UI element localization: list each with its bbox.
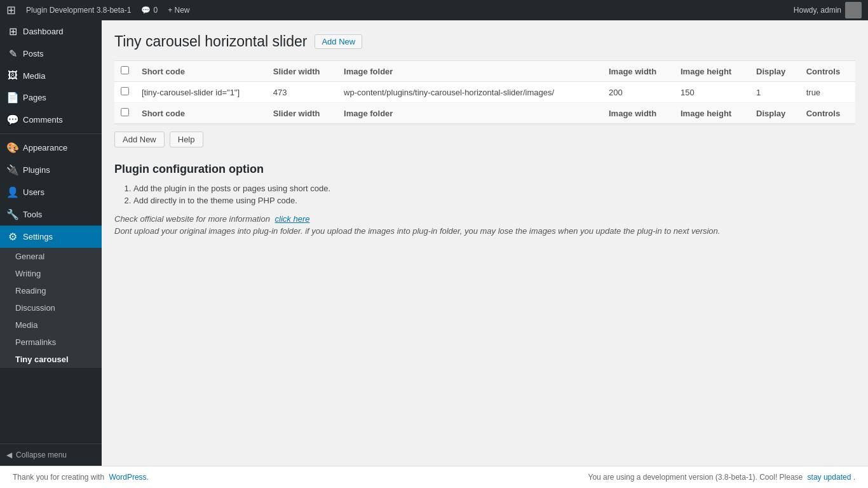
col-footer-image-folder: Image folder: [337, 103, 602, 124]
row-controls: true: [800, 82, 855, 103]
col-image-width: Image width: [602, 61, 674, 82]
sidebar-item-posts[interactable]: ✎ Posts: [0, 43, 102, 65]
submenu-writing[interactable]: Writing: [0, 265, 102, 282]
sidebar-item-pages[interactable]: 📄 Pages: [0, 86, 102, 109]
page-add-new-button[interactable]: Add New: [315, 34, 362, 49]
row-image-height: 150: [674, 82, 750, 103]
row-image-width: 200: [602, 82, 674, 103]
col-footer-slider-width: Slider width: [267, 103, 337, 124]
avatar: [845, 2, 862, 18]
posts-icon: ✎: [6, 48, 19, 60]
wp-logo-icon[interactable]: ⊞: [6, 3, 16, 17]
main-content: Tiny carousel horizontal slider Add New …: [102, 20, 868, 466]
comments-icon: 💬: [6, 114, 19, 126]
sidebar-item-media[interactable]: 🖼 Media: [0, 65, 102, 86]
row-checkbox[interactable]: [121, 87, 129, 95]
tools-icon: 🔧: [6, 208, 19, 220]
howdy-text: Howdy, admin: [794, 2, 862, 18]
comments-link[interactable]: 💬 0: [141, 6, 158, 15]
plugin-config-section: Plugin configuration option Add the plug…: [114, 163, 855, 236]
action-buttons: Add New Help: [114, 132, 855, 147]
col-short-code: Short code: [135, 61, 267, 82]
config-steps-list: Add the plugin in the posts or pages usi…: [133, 184, 855, 205]
config-step-2: Add directly in to the theme using PHP c…: [133, 196, 855, 205]
config-step-1: Add the plugin in the posts or pages usi…: [133, 184, 855, 193]
sidebar: ⊞ Dashboard ✎ Posts 🖼 Media 📄 Pages 💬 Co…: [0, 20, 102, 466]
stay-updated-link[interactable]: stay updated: [808, 473, 851, 482]
sidebar-item-plugins[interactable]: 🔌 Plugins: [0, 159, 102, 181]
row-short-code: [tiny-carousel-slider id="1"]: [135, 82, 267, 103]
select-all-checkbox[interactable]: [121, 66, 129, 74]
col-footer-display: Display: [750, 103, 800, 124]
submenu-media[interactable]: Media: [0, 316, 102, 334]
submenu-reading[interactable]: Reading: [0, 282, 102, 299]
sidebar-item-settings[interactable]: ⚙ Settings: [0, 226, 102, 248]
page-title: Tiny carousel horizontal slider: [114, 33, 307, 50]
wordpress-link[interactable]: WordPress: [109, 473, 146, 482]
row-checkbox-cell: [114, 82, 135, 103]
media-icon: 🖼: [6, 70, 19, 81]
admin-bar: ⊞ Plugin Development 3.8-beta-1 💬 0 + Ne…: [0, 0, 868, 20]
collapse-icon: ◀: [6, 451, 12, 459]
col-footer-image-height: Image height: [674, 103, 750, 124]
settings-icon: ⚙: [6, 231, 19, 243]
sidebar-item-comments[interactable]: 💬 Comments: [0, 109, 102, 131]
settings-submenu: General Writing Reading Discussion Media…: [0, 248, 102, 368]
sidebar-item-dashboard[interactable]: ⊞ Dashboard: [0, 20, 102, 43]
site-name[interactable]: Plugin Development 3.8-beta-1: [26, 6, 131, 15]
submenu-general[interactable]: General: [0, 248, 102, 265]
appearance-icon: 🎨: [6, 142, 19, 154]
add-new-button[interactable]: Add New: [114, 132, 165, 147]
table-footer-row: Short code Slider width Image folder Ima…: [114, 103, 855, 124]
table-header-checkbox: [114, 61, 135, 82]
row-slider-width: 473: [267, 82, 337, 103]
footer: Thank you for creating with WordPress. Y…: [0, 466, 868, 488]
new-content-link[interactable]: + New: [168, 6, 189, 15]
row-image-folder: wp-content/plugins/tiny-carousel-horizon…: [337, 82, 602, 103]
footer-thanks: Thank you for creating with WordPress.: [13, 473, 149, 482]
col-footer-controls: Controls: [800, 103, 855, 124]
col-image-folder: Image folder: [337, 61, 602, 82]
sliders-table: Short code Slider width Image folder Ima…: [114, 60, 855, 124]
plugins-icon: 🔌: [6, 164, 19, 176]
table-header-row: Short code Slider width Image folder Ima…: [114, 61, 855, 82]
col-slider-width: Slider width: [267, 61, 337, 82]
table-row: [tiny-carousel-slider id="1"] 473 wp-con…: [114, 82, 855, 103]
select-all-footer-checkbox[interactable]: [121, 108, 129, 116]
users-icon: 👤: [6, 186, 19, 198]
col-image-height: Image height: [674, 61, 750, 82]
sidebar-item-appearance[interactable]: 🎨 Appearance: [0, 137, 102, 159]
sidebar-item-tools[interactable]: 🔧 Tools: [0, 203, 102, 226]
footer-version: You are using a development version (3.8…: [588, 473, 855, 482]
help-button[interactable]: Help: [170, 132, 203, 147]
submenu-permalinks[interactable]: Permalinks: [0, 334, 102, 351]
config-note: Check official website for more informat…: [114, 214, 855, 224]
col-controls: Controls: [800, 61, 855, 82]
pages-icon: 📄: [6, 92, 19, 104]
col-footer-image-width: Image width: [602, 103, 674, 124]
config-title: Plugin configuration option: [114, 163, 855, 176]
config-warning: Dont upload your original images into pl…: [114, 226, 855, 236]
collapse-menu-button[interactable]: ◀ Collapse menu: [0, 444, 102, 466]
submenu-discussion[interactable]: Discussion: [0, 299, 102, 316]
divider-1: [0, 133, 102, 134]
col-display: Display: [750, 61, 800, 82]
sidebar-item-users[interactable]: 👤 Users: [0, 181, 102, 203]
table-footer-checkbox: [114, 103, 135, 124]
row-display: 1: [750, 82, 800, 103]
click-here-link[interactable]: click here: [275, 214, 310, 224]
submenu-tiny-carousel[interactable]: Tiny carousel: [0, 351, 102, 368]
dashboard-icon: ⊞: [6, 25, 19, 37]
page-header: Tiny carousel horizontal slider Add New: [114, 33, 855, 50]
col-footer-short-code: Short code: [135, 103, 267, 124]
